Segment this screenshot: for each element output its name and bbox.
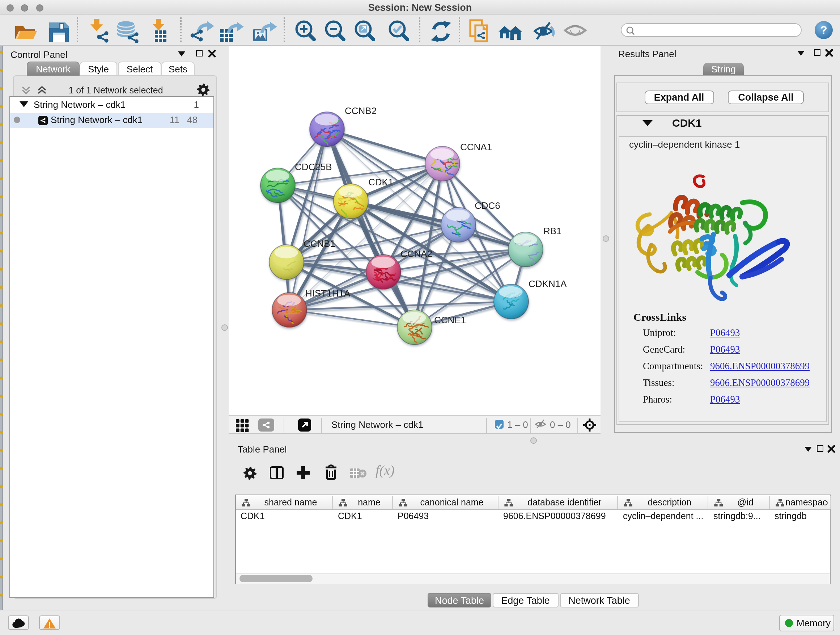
svg-text:CDK1: CDK1 [368, 176, 393, 187]
svg-text:CDKN1A: CDKN1A [529, 278, 567, 289]
svg-text:CCNB2: CCNB2 [345, 105, 377, 116]
svg-text:CCNE1: CCNE1 [434, 314, 466, 325]
svg-text:RB1: RB1 [543, 225, 562, 236]
svg-text:HIST1H1A: HIST1H1A [305, 287, 351, 298]
svg-text:CCNA2: CCNA2 [401, 248, 432, 259]
svg-text:CDC6: CDC6 [475, 200, 500, 211]
svg-text:CCNB1: CCNB1 [303, 238, 335, 249]
svg-text:CCNA1: CCNA1 [460, 141, 492, 152]
svg-text:CDC25B: CDC25B [295, 161, 332, 172]
